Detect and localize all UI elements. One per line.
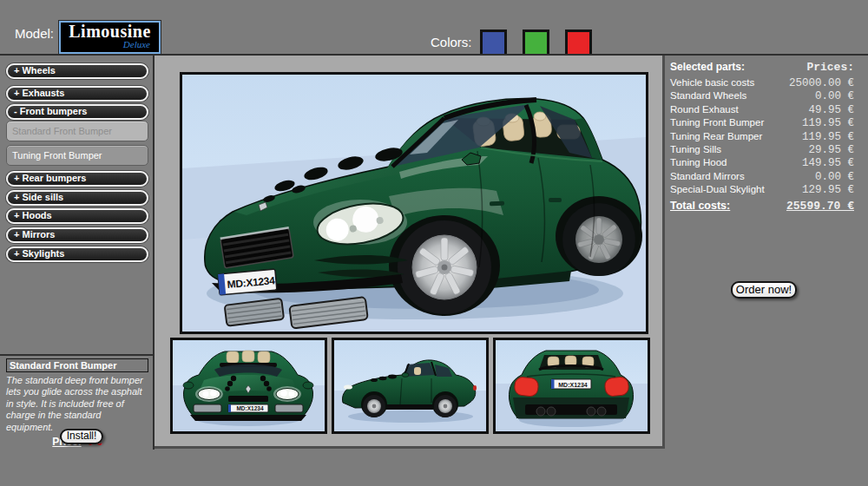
part-detail-description: The standard deep front bumper lets you … (6, 375, 148, 433)
pricing-row: Tuning Sills29.95 € (670, 144, 854, 157)
install-button[interactable]: Install! (60, 429, 103, 444)
color-swatch-red[interactable] (565, 30, 592, 56)
taillight (473, 385, 477, 391)
pricing-row: Standard Wheels0.00 € (670, 90, 854, 103)
part-price: 119.95 € (802, 117, 854, 129)
sidebar-item-exhausts[interactable]: + Exhausts (6, 86, 148, 102)
part-price: 29.95 € (808, 144, 854, 156)
side-mirror (402, 373, 409, 378)
sidebar-option-standard-front-bumper[interactable]: Standard Front Bumper (6, 121, 148, 141)
part-price: 149.95 € (802, 157, 854, 169)
part-detail-title: Standard Front Bumper (6, 358, 148, 372)
headlight (344, 384, 352, 389)
part-name: Vehicle basic costs (670, 77, 754, 88)
part-name: Tuning Rear Bumper (670, 131, 762, 141)
model-label: Model: (15, 26, 54, 41)
model-logo-title: Limousine (61, 23, 159, 41)
part-price: 119.95 € (802, 131, 854, 143)
thumb-rear-render: MD:X1234 (496, 340, 648, 431)
model-logo: Limousine Deluxe (59, 21, 161, 54)
sidebar-item-wheels[interactable]: + Wheels (6, 63, 148, 79)
pricing-row: Tuning Rear Bumper119.95 € (670, 131, 854, 144)
part-price: 129.95 € (802, 184, 854, 196)
pricing-row: Round Exhaust49.95 € (670, 104, 854, 117)
sidebar-item-mirrors[interactable]: + Mirrors (6, 227, 148, 243)
part-price: 49.95 € (808, 104, 854, 116)
total-label: Total costs: (670, 200, 730, 212)
part-name: Round Exhaust (670, 104, 739, 115)
pricing-rows: Vehicle basic costs25000.00 € Standard W… (670, 77, 854, 198)
sidebar-item-rear-bumpers[interactable]: + Rear bumpers (6, 171, 148, 187)
part-name: Standard Mirrors (670, 171, 745, 181)
prices-header: Prices: (806, 61, 854, 74)
part-name: Standard Wheels (670, 90, 746, 101)
sidebar-option-tuning-front-bumper[interactable]: Tuning Front Bumper (6, 145, 148, 166)
part-name: Tuning Hood (670, 157, 727, 167)
thumb-side-render (334, 340, 486, 431)
part-price: 0.00 € (815, 90, 854, 102)
sidebar-item-front-bumpers[interactable]: - Front bumpers (6, 104, 148, 120)
viewer-panel: MD:X1234 (155, 56, 665, 449)
side-sill (385, 404, 433, 410)
car-configurator-app: Model: Limousine Deluxe Colors: + Wheels… (0, 0, 868, 486)
pricing-header: Selected parts: Prices: (670, 61, 854, 74)
selected-parts-header: Selected parts: (670, 61, 745, 73)
main-car-render: MD:X1234 (182, 75, 646, 332)
color-swatch-green[interactable] (523, 30, 549, 56)
part-name: Tuning Front Bumper (670, 117, 764, 128)
pricing-row: Tuning Front Bumper119.95 € (670, 117, 854, 130)
license-plate: MD:X1234 (228, 404, 268, 412)
colors-label: Colors: (431, 35, 472, 49)
interior-seats (227, 351, 270, 363)
main-car-image: MD:X1234 (180, 72, 648, 334)
part-price: 25000.00 € (789, 77, 854, 89)
license-plate: MD:X1234 (551, 379, 591, 389)
license-plate: MD:X1234 (218, 269, 277, 295)
pricing-row: Standard Mirrors0.00 € (670, 171, 854, 184)
thumb-front-render: MD:X1234 (173, 340, 325, 431)
total-row: Total costs: 25599.70 € (670, 200, 854, 213)
pricing-row: Tuning Hood149.95 € (670, 157, 854, 170)
thumbnail-front-view[interactable]: MD:X1234 (170, 338, 327, 434)
color-swatch-blue[interactable] (480, 30, 507, 56)
part-name: Special-Dual Skylight (670, 184, 765, 194)
sidebar-item-skylights[interactable]: + Skylights (6, 246, 148, 262)
thumbnail-side-view[interactable] (332, 338, 489, 434)
thumbnail-rear-view[interactable]: MD:X1234 (493, 338, 650, 434)
sidebar-item-side-sills[interactable]: + Side sills (6, 190, 148, 206)
rear-wheel (562, 203, 635, 276)
part-name: Tuning Sills (670, 144, 721, 154)
front-grille (228, 396, 268, 402)
sidebar-item-hoods[interactable]: + Hoods (6, 208, 148, 224)
order-now-button[interactable]: Order now! (731, 281, 797, 299)
pricing-panel: Selected parts: Prices: Vehicle basic co… (668, 54, 861, 213)
front-wheel (398, 220, 491, 314)
pricing-row: Vehicle basic costs25000.00 € (670, 77, 854, 90)
license-plate-text: MD:X1234 (558, 382, 588, 388)
interior-seat (414, 367, 421, 375)
part-price: 0.00 € (815, 171, 854, 183)
license-plate-text: MD:X1234 (236, 405, 263, 411)
pricing-row: Special-Dual Skylight129.95 € (670, 184, 854, 197)
front-lip (190, 415, 306, 421)
total-value: 25599.70 € (786, 200, 854, 213)
detail-panel-divider (0, 354, 154, 356)
